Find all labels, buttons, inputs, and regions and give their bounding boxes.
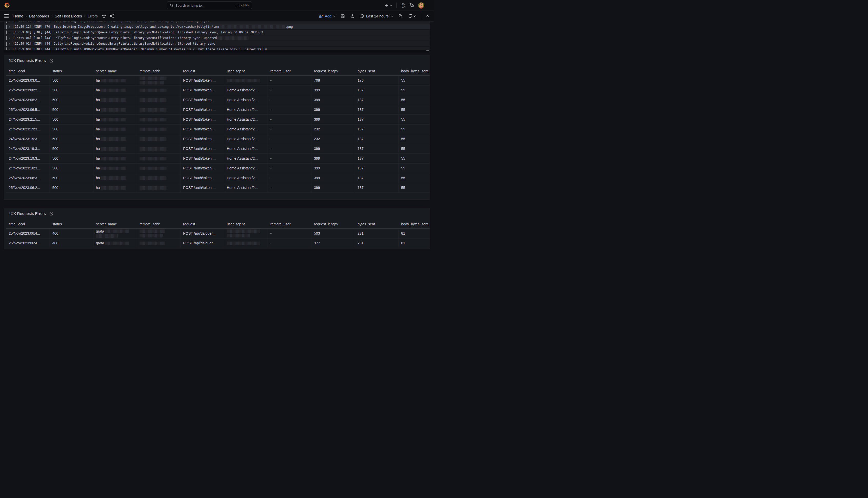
column-header-server_name[interactable]: server_name bbox=[93, 220, 137, 228]
cell-status: 500 bbox=[50, 134, 93, 144]
cell-server_name: grafa bbox=[93, 229, 137, 238]
zoom-out-icon bbox=[398, 14, 403, 18]
cell-time_local: 24/Nov/2023:19:3... bbox=[6, 134, 50, 144]
cell-remote_addr bbox=[137, 134, 180, 144]
star-icon[interactable] bbox=[102, 14, 106, 18]
expand-chevron-icon[interactable]: › bbox=[9, 42, 11, 45]
app-header: ctrl+k ? bbox=[0, 0, 434, 11]
expand-chevron-icon[interactable]: › bbox=[9, 22, 11, 23]
search-input[interactable] bbox=[175, 4, 234, 8]
zoom-out-time-button[interactable] bbox=[398, 13, 403, 19]
column-header-bytes_sent[interactable]: bytes_sent bbox=[355, 67, 398, 76]
column-header-body_bytes_sent[interactable]: body_bytes_sent bbox=[398, 67, 430, 76]
cell-bytes_sent: 176 bbox=[355, 76, 398, 85]
save-dashboard-button[interactable] bbox=[340, 13, 345, 19]
cell-request: POST /auth/token ... bbox=[180, 76, 224, 85]
cell-remote_addr bbox=[137, 163, 180, 173]
column-header-user_agent[interactable]: user_agent bbox=[224, 220, 268, 228]
breadcrumb-item-self-host-blocks[interactable]: Self Host Blocks bbox=[55, 14, 82, 18]
redacted-value bbox=[100, 147, 126, 151]
cell-time_local: 25/Nov/2023:06:3... bbox=[6, 173, 50, 183]
column-header-request[interactable]: request bbox=[180, 67, 224, 76]
cell-time_local: 24/Nov/2023:18:3... bbox=[6, 163, 50, 173]
cell-user_agent bbox=[224, 229, 268, 238]
logs-horizontal-scrollbar[interactable] bbox=[4, 50, 430, 52]
column-header-request_length[interactable]: request_length bbox=[311, 67, 355, 76]
table-row: 24/Nov/2023:19:3...500haPOST /auth/token… bbox=[6, 124, 430, 134]
cell-server_name: ha bbox=[93, 105, 137, 115]
log-row[interactable]: ›[13:59:04] [INF] [44] Jellyfin.Plugin.K… bbox=[4, 36, 430, 41]
column-header-remote_user[interactable]: remote_user bbox=[268, 67, 311, 76]
expand-chevron-icon[interactable]: › bbox=[9, 31, 11, 34]
grafana-logo[interactable] bbox=[4, 2, 11, 9]
cell-request_length: 232 bbox=[311, 124, 355, 134]
cell-request_length: 399 bbox=[311, 115, 355, 124]
cell-bytes_sent: 137 bbox=[355, 105, 398, 115]
new-button[interactable] bbox=[384, 3, 393, 8]
news-button[interactable] bbox=[409, 3, 415, 8]
expand-chevron-icon[interactable]: › bbox=[9, 48, 11, 50]
cell-time_local: 25/Nov/2023:06:4... bbox=[6, 238, 50, 248]
column-header-status[interactable]: status bbox=[50, 67, 93, 76]
column-header-server_name[interactable]: server_name bbox=[93, 67, 137, 76]
cell-body_bytes_sent: 55 bbox=[398, 86, 430, 95]
log-row[interactable]: ›[13:59:04] [INF] [44] Jellyfin.Plugin.K… bbox=[4, 30, 430, 35]
add-button-label: Add bbox=[325, 14, 331, 18]
cell-time_local: 24/Nov/2023:19:3... bbox=[6, 154, 50, 163]
cell-remote_user: - bbox=[268, 238, 311, 248]
column-header-time_local[interactable]: time_local bbox=[6, 220, 50, 228]
scrollbar-thumb[interactable] bbox=[426, 50, 429, 51]
column-header-remote_addr[interactable]: remote_addr bbox=[137, 67, 180, 76]
expand-chevron-icon[interactable]: › bbox=[9, 25, 11, 28]
breadcrumb-item-home[interactable]: Home bbox=[13, 14, 23, 18]
breadcrumb-item-dashboards[interactable]: Dashboards bbox=[29, 14, 49, 18]
cell-body_bytes_sent: 55 bbox=[398, 163, 430, 173]
column-header-remote_addr[interactable]: remote_addr bbox=[137, 220, 180, 228]
table-row: 25/Nov/2023:06:3...500haPOST /auth/token… bbox=[6, 173, 430, 183]
cell-remote_addr bbox=[137, 115, 180, 124]
collapse-toolbar-button[interactable] bbox=[425, 14, 430, 18]
cell-user_agent: Home Assistant/2... bbox=[224, 163, 268, 173]
dashboard-settings-button[interactable] bbox=[350, 13, 355, 19]
log-row[interactable]: ›[13:59:00] [INF] [44] Jellyfin.Plugin.T… bbox=[4, 47, 430, 50]
cell-server_name: ha bbox=[93, 134, 137, 144]
cell-status: 500 bbox=[50, 144, 93, 154]
column-header-body_bytes_sent[interactable]: body_bytes_sent bbox=[398, 220, 430, 228]
log-level-bar bbox=[6, 30, 7, 35]
help-button[interactable]: ? bbox=[400, 3, 406, 8]
user-avatar[interactable] bbox=[418, 2, 424, 9]
column-header-status[interactable]: status bbox=[50, 220, 93, 228]
share-icon[interactable] bbox=[110, 14, 114, 18]
breadcrumb-separator: › bbox=[26, 14, 27, 18]
log-row[interactable]: ›[13:59:01] [INF] [44] Jellyfin.Plugin.K… bbox=[4, 41, 430, 46]
dashboard-toolbar: Home›Dashboards›Self Host Blocks›Errors … bbox=[0, 11, 434, 22]
cell-remote_user: - bbox=[268, 95, 311, 105]
time-range-picker[interactable]: Last 24 hours bbox=[360, 14, 393, 18]
menu-toggle-button[interactable] bbox=[4, 14, 9, 18]
cell-body_bytes_sent: 55 bbox=[398, 124, 430, 134]
column-header-bytes_sent[interactable]: bytes_sent bbox=[355, 220, 398, 228]
cell-status: 500 bbox=[50, 76, 93, 85]
column-header-user_agent[interactable]: user_agent bbox=[224, 67, 268, 76]
table-row: 24/Nov/2023:18:3...500haPOST /auth/token… bbox=[6, 163, 430, 173]
refresh-button[interactable] bbox=[408, 13, 417, 19]
add-panel-button[interactable]: Add bbox=[319, 14, 336, 18]
external-link-icon[interactable] bbox=[50, 212, 53, 215]
column-header-remote_user[interactable]: remote_user bbox=[268, 220, 311, 228]
log-row[interactable]: ›[13:59:12] [INF] [70] Emby.Drawing.Imag… bbox=[4, 24, 430, 29]
external-link-icon[interactable] bbox=[50, 59, 53, 63]
global-search[interactable]: ctrl+k bbox=[167, 2, 252, 9]
log-row[interactable]: ›[13:59:12] [INF] [70] Emby.Drawing.Imag… bbox=[4, 22, 430, 24]
table-row: 24/Nov/2023:19:3...500haPOST /auth/token… bbox=[6, 134, 430, 144]
column-header-time_local[interactable]: time_local bbox=[6, 67, 50, 76]
redacted-value bbox=[139, 230, 165, 233]
cell-request_length: 399 bbox=[311, 183, 355, 193]
redacted-value bbox=[96, 234, 118, 238]
column-header-request[interactable]: request bbox=[180, 220, 224, 228]
cell-body_bytes_sent: 55 bbox=[398, 154, 430, 163]
cell-request_length: 399 bbox=[311, 154, 355, 163]
redacted-value bbox=[139, 176, 166, 180]
column-header-request_length[interactable]: request_length bbox=[311, 220, 355, 228]
save-icon bbox=[340, 14, 345, 18]
expand-chevron-icon[interactable]: › bbox=[9, 37, 11, 40]
